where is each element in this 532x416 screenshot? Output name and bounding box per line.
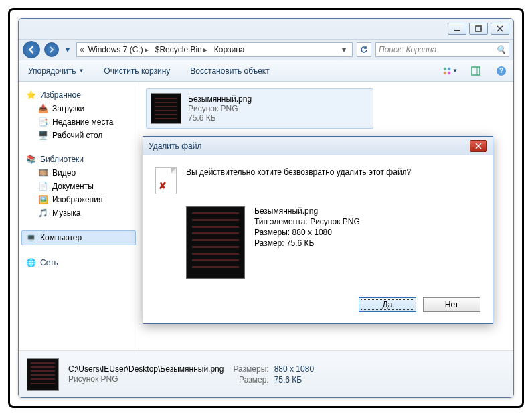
- dialog-title: Удалить файл: [149, 141, 201, 151]
- organize-label: Упорядочить: [28, 66, 76, 76]
- dialog-message: Вы действительно хотите безвозвратно уда…: [186, 167, 411, 194]
- restore-button[interactable]: Восстановить объект: [185, 64, 274, 78]
- chevron-right-icon: ▸: [145, 45, 149, 54]
- sidebar-label: Избранное: [40, 90, 81, 100]
- breadcrumb-prev-icon[interactable]: «: [80, 45, 84, 54]
- forward-button[interactable]: [44, 42, 59, 57]
- maximize-button[interactable]: [469, 23, 488, 35]
- details-thumbnail: [27, 358, 59, 391]
- empty-recycle-button[interactable]: Очистить корзину: [98, 64, 175, 78]
- close-button[interactable]: [491, 23, 509, 35]
- titlebar: [19, 19, 513, 39]
- svg-rect-7: [448, 71, 450, 74]
- svg-rect-8: [472, 67, 480, 75]
- sidebar-label: Сеть: [40, 258, 58, 267]
- breadcrumb-seg-recycle[interactable]: $Recycle.Bin▸: [153, 45, 210, 54]
- sidebar-label: Компьютер: [40, 233, 82, 242]
- delete-file-icon: ✘: [155, 167, 177, 194]
- star-icon: ⭐: [25, 90, 36, 100]
- svg-rect-6: [444, 71, 446, 74]
- libraries-icon: 📚: [25, 154, 36, 165]
- sidebar-label: Документы: [52, 182, 94, 191]
- video-icon: 🎞️: [37, 167, 48, 178]
- breadcrumb-label: Windows 7 (C:): [88, 45, 143, 54]
- search-icon: 🔍: [496, 45, 506, 54]
- file-name: Безымянный.png: [188, 94, 252, 104]
- command-bar: Упорядочить ▼ Очистить корзину Восстанов…: [19, 60, 513, 82]
- dialog-file-thumbnail: [186, 206, 245, 279]
- sidebar-libraries-header[interactable]: 📚Библиотеки: [21, 153, 136, 166]
- dialog-close-button[interactable]: [470, 140, 487, 152]
- sidebar-item-documents[interactable]: 📄Документы: [21, 180, 136, 193]
- chevron-down-icon: ▼: [452, 68, 458, 74]
- file-item[interactable]: Безымянный.png Рисунок PNG 75.6 КБ: [146, 88, 373, 129]
- dialog-file-name: Безымянный.png: [254, 206, 360, 216]
- breadcrumb-seg-drive[interactable]: Windows 7 (C:)▸: [86, 45, 151, 54]
- sidebar-item-recent[interactable]: 📑Недавние места: [21, 115, 136, 129]
- no-button[interactable]: Нет: [423, 297, 480, 312]
- breadcrumb-label: Корзина: [214, 45, 245, 54]
- breadcrumb-seg-current[interactable]: Корзина: [211, 45, 248, 54]
- details-size-label: Размер:: [233, 375, 268, 385]
- back-button[interactable]: [23, 41, 40, 58]
- chevron-right-icon: ▸: [203, 45, 207, 54]
- breadcrumb-dropdown[interactable]: ▾: [339, 45, 349, 54]
- file-size: 75.6 КБ: [188, 113, 252, 123]
- sidebar-label: Недавние места: [52, 117, 113, 127]
- downloads-icon: 📥: [37, 103, 48, 114]
- view-options-button[interactable]: ▼: [442, 64, 458, 78]
- computer-icon: 💻: [25, 232, 36, 243]
- sidebar-item-desktop[interactable]: 🖥️Рабочий стол: [21, 129, 136, 142]
- dialog-file-type: Тип элемента: Рисунок PNG: [254, 217, 360, 226]
- organize-button[interactable]: Упорядочить ▼: [23, 64, 89, 78]
- sidebar-label: Музыка: [52, 208, 80, 218]
- dialog-titlebar[interactable]: Удалить файл: [143, 137, 493, 155]
- breadcrumb[interactable]: « Windows 7 (C:)▸ $Recycle.Bin▸ Корзина …: [76, 42, 353, 57]
- file-type: Рисунок PNG: [188, 104, 252, 113]
- svg-rect-5: [448, 67, 450, 70]
- network-icon: 🌐: [25, 257, 36, 268]
- sidebar-label: Библиотеки: [40, 155, 84, 164]
- refresh-button[interactable]: [357, 42, 371, 57]
- search-input[interactable]: Поиск: Корзина 🔍: [375, 42, 509, 57]
- help-button[interactable]: ?: [493, 64, 509, 78]
- svg-rect-4: [444, 67, 446, 70]
- chevron-down-icon: ▼: [78, 68, 84, 74]
- svg-rect-1: [476, 26, 481, 31]
- sidebar-item-network[interactable]: 🌐Сеть: [21, 256, 136, 269]
- details-dim-value: 880 x 1080: [274, 364, 314, 374]
- sidebar-item-downloads[interactable]: 📥Загрузки: [21, 102, 136, 115]
- address-bar: ▾ « Windows 7 (C:)▸ $Recycle.Bin▸ Корзин…: [19, 39, 513, 60]
- pictures-icon: 🖼️: [37, 194, 48, 205]
- sidebar-label: Изображения: [52, 195, 102, 204]
- details-pane: C:\Users\IEUser\Desktop\Безымянный.png Р…: [19, 350, 513, 397]
- search-placeholder: Поиск: Корзина: [379, 45, 436, 54]
- dialog-file-dimensions: Размеры: 880 x 1080: [254, 228, 360, 237]
- sidebar-item-computer[interactable]: 💻Компьютер: [21, 230, 136, 245]
- sidebar-label: Видео: [52, 168, 76, 178]
- minimize-button[interactable]: [448, 23, 466, 35]
- sidebar-label: Рабочий стол: [52, 131, 102, 140]
- dialog-file-size: Размер: 75.6 КБ: [254, 238, 360, 248]
- nav-history-dropdown[interactable]: ▾: [63, 44, 72, 56]
- file-thumbnail: [151, 93, 181, 124]
- nav-pane: ⭐Избранное 📥Загрузки 📑Недавние места 🖥️Р…: [19, 82, 139, 350]
- details-path: C:\Users\IEUser\Desktop\Безымянный.png: [68, 364, 224, 374]
- recent-icon: 📑: [37, 117, 48, 127]
- details-type: Рисунок PNG: [68, 374, 224, 384]
- yes-button[interactable]: Да: [359, 297, 416, 312]
- document-icon: 📄: [37, 181, 48, 192]
- sidebar-item-music[interactable]: 🎵Музыка: [21, 206, 136, 220]
- sidebar-label: Загрузки: [52, 104, 84, 113]
- delete-confirm-dialog: Удалить файл ✘ Вы действительно хотите б…: [143, 136, 493, 324]
- sidebar-favorites-header[interactable]: ⭐Избранное: [21, 88, 136, 102]
- details-dim-label: Размеры:: [233, 364, 268, 374]
- details-size-value: 75.6 КБ: [274, 375, 314, 385]
- breadcrumb-label: $Recycle.Bin: [155, 45, 202, 54]
- music-icon: 🎵: [37, 208, 48, 218]
- sidebar-item-videos[interactable]: 🎞️Видео: [21, 166, 136, 180]
- preview-pane-button[interactable]: [468, 64, 484, 78]
- sidebar-item-pictures[interactable]: 🖼️Изображения: [21, 193, 136, 206]
- desktop-icon: 🖥️: [37, 130, 48, 141]
